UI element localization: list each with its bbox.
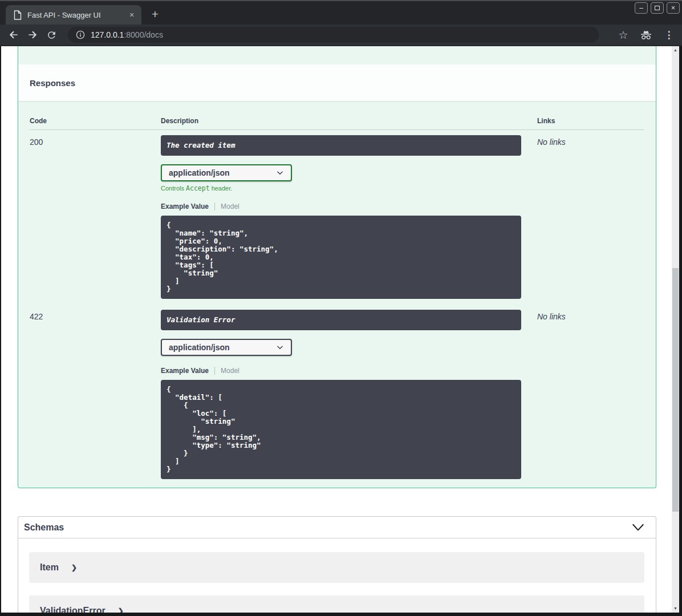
titlebar: Fast API - Swagger UI × + – × [0,0,682,25]
col-header-description: Description [161,117,537,125]
browser-tab[interactable]: Fast API - Swagger UI × [6,5,141,25]
chevron-down-icon [276,169,284,177]
address-bar[interactable]: 127.0.0.1:8000/docs [68,27,599,43]
media-type-select[interactable]: application/json [161,339,292,356]
window-top-edge [0,0,682,1]
url-path: :8000/docs [124,30,163,39]
responses-table-header: Code Description Links [30,111,644,130]
model-expand-icon[interactable]: ❯ [118,607,124,613]
back-button[interactable] [7,28,21,42]
window-controls: – × [635,2,680,14]
model-validationerror[interactable]: ValidationError ❯ [29,595,644,613]
col-header-links: Links [537,117,644,125]
example-json-200: { "name": "string", "price": 0, "descrip… [161,216,521,299]
tab-example-value[interactable]: Example Value [161,202,209,210]
reload-button[interactable] [44,28,58,42]
note-suffix: header. [210,185,233,192]
forward-icon [27,29,38,40]
site-info-icon[interactable] [76,30,85,39]
example-json-422: { "detail": [ { "loc": [ "string" ], "ms… [161,380,521,479]
page-favicon-icon [14,10,22,20]
controls-accept-note: Controls Accept header. [161,184,537,192]
model-expand-icon[interactable]: ❯ [71,564,77,572]
response-description: The created item [161,135,521,156]
chevron-down-icon [276,343,284,351]
response-links: No links [537,135,644,299]
response-links: No links [537,310,644,479]
col-header-code: Code [30,117,161,125]
close-button[interactable]: × [667,2,680,14]
responses-section-header: Responses [18,64,656,101]
tab-close-icon[interactable]: × [127,10,137,20]
tab-example-value[interactable]: Example Value [161,367,209,375]
back-icon [8,29,19,40]
schemas-list: Item ❯ ValidationError ❯ [18,538,656,613]
schemas-header[interactable]: Schemas [18,517,656,538]
model-name: Item [40,562,59,573]
responses-table: Code Description Links 200 The created i… [18,101,656,485]
browser-window: Fast API - Swagger UI × + – × [0,0,682,616]
response-code: 422 [30,310,161,479]
response-description-cell: Validation Error application/json Exampl… [161,310,537,479]
browser-toolbar: 127.0.0.1:8000/docs ☆ ⋮ [0,25,682,45]
tab-separator [214,202,215,210]
response-row-422: 422 Validation Error application/json Ex… [30,305,644,485]
page-content: Responses Code Description Links 200 The… [1,46,672,613]
reload-icon [46,30,57,40]
scrollbar[interactable]: ▲ ▼ [672,46,679,613]
scrollbar-thumb[interactable] [672,268,679,512]
tab-separator [214,367,215,375]
schemas-collapse-icon[interactable] [632,524,644,532]
response-description-cell: The created item application/json Contro… [161,135,537,299]
response-row-200: 200 The created item application/json Co… [30,130,644,305]
note-prefix: Controls [161,185,186,192]
media-type-select[interactable]: application/json [161,164,292,181]
responses-title: Responses [30,78,75,88]
maximize-button[interactable] [651,2,664,14]
note-code: Accept [186,184,210,192]
opblock-post: Responses Code Description Links 200 The… [18,46,656,488]
opblock-spacer [18,46,656,64]
bookmark-star-icon[interactable]: ☆ [616,27,631,42]
tab-title: Fast API - Swagger UI [27,11,127,19]
forward-button[interactable] [26,28,39,42]
response-code: 200 [30,135,161,299]
url-host: 127.0.0.1 [91,30,124,39]
scroll-down-icon[interactable]: ▼ [672,605,679,613]
example-model-tabs: Example Value Model [161,202,537,210]
incognito-icon [639,27,653,42]
schemas-section: Schemas Item ❯ ValidationError ❯ [18,516,656,613]
new-tab-button[interactable]: + [147,6,163,22]
tab-model[interactable]: Model [221,367,239,375]
example-model-tabs: Example Value Model [161,367,537,375]
model-item[interactable]: Item ❯ [29,552,644,583]
media-type-value: application/json [169,343,230,352]
menu-dots-icon[interactable]: ⋮ [661,27,676,42]
model-name: ValidationError [40,606,105,613]
media-type-value: application/json [169,168,230,177]
tab-model[interactable]: Model [221,202,239,210]
minimize-button[interactable]: – [635,2,648,14]
response-description: Validation Error [161,310,521,330]
scroll-up-icon[interactable]: ▲ [672,46,679,54]
schemas-title: Schemas [24,522,64,533]
maximize-icon [655,6,660,10]
